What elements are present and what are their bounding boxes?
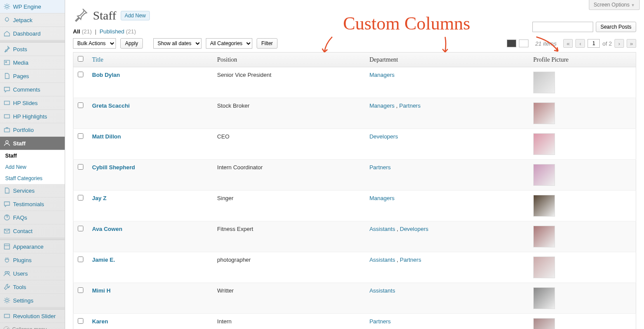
menu-item-contact[interactable]: Contact [0,224,65,238]
svg-rect-1 [4,60,10,65]
last-page-button[interactable]: » [627,39,636,48]
gear-icon [3,3,10,10]
row-checkbox[interactable] [78,257,83,262]
profile-picture [533,195,555,217]
main-content: Screen Options ▼ Staff Add New Search Po… [65,0,644,329]
post-title-link[interactable]: Greta Scacchi [92,102,130,109]
profile-picture [533,257,555,278]
position-cell: Intern [213,314,365,329]
apply-button[interactable]: Apply [120,38,143,49]
department-cell: Assistants , Developers [365,221,529,252]
collapse-icon: ◀ [3,326,10,329]
menu-item-dashboard[interactable]: Dashboard [0,27,65,40]
list-view-icon[interactable] [507,39,516,47]
menu-item-hp-slides[interactable]: HP Slides [0,96,65,110]
department-link[interactable]: Assistants [370,226,395,232]
menu-item-users[interactable]: Users [0,267,65,280]
post-title-link[interactable]: Ava Cowen [92,226,122,232]
row-checkbox[interactable] [78,102,83,108]
current-page-input[interactable] [588,39,600,48]
collapse-menu-button[interactable]: ◀Collapse menu [0,323,65,329]
post-title-link[interactable]: Jamie E. [92,257,115,263]
prev-page-button[interactable]: ‹ [575,39,585,48]
row-checkbox[interactable] [78,287,83,293]
menu-item-jetpack[interactable]: Jetpack [0,13,65,27]
department-link[interactable]: Managers [370,102,395,109]
bulk-actions-select[interactable]: Bulk Actions [73,38,116,49]
menu-item-settings[interactable]: Settings [0,294,65,307]
add-new-button[interactable]: Add New [121,11,150,20]
menu-item-testimonials[interactable]: Testimonials [0,197,65,211]
category-filter-select[interactable]: All Categories [206,38,252,49]
row-checkbox[interactable] [78,133,83,139]
pagination: 21 items « ‹ of 2 › » [507,39,636,48]
excerpt-view-icon[interactable] [519,39,528,47]
menu-item-plugins[interactable]: Plugins [0,253,65,267]
column-title[interactable]: Title [88,53,213,67]
menu-item-revolution-slider[interactable]: Revolution Slider [0,309,65,323]
post-title-link[interactable]: Karen [92,318,108,325]
department-link[interactable]: Assistants [370,257,395,263]
post-title-link[interactable]: Matt Dillon [92,133,121,140]
department-link[interactable]: Partners [399,102,420,109]
post-title-link[interactable]: Mimi H [92,287,111,294]
menu-item-media[interactable]: Media [0,56,65,69]
row-checkbox[interactable] [78,164,83,170]
menu-item-services[interactable]: Services [0,184,65,197]
menu-item-appearance[interactable]: Appearance [0,240,65,253]
row-checkbox[interactable] [78,318,83,324]
department-link[interactable]: Assistants [370,287,395,294]
row-checkbox[interactable] [78,195,83,201]
filter-published[interactable]: Published [99,28,124,35]
column-profile-picture: Profile Picture [529,53,636,67]
submenu-item[interactable]: Add New [0,161,65,173]
department-link[interactable]: Developers [370,133,398,140]
filter-button[interactable]: Filter [257,38,278,49]
submenu-item[interactable]: Staff Categories [0,173,65,184]
row-checkbox[interactable] [78,72,83,77]
menu-item-staff[interactable]: Staff [0,137,65,150]
column-department: Department [365,53,529,67]
page-icon [3,187,10,194]
department-link[interactable]: Managers [370,72,395,78]
slide-icon [3,313,10,319]
department-link[interactable]: Developers [400,226,429,232]
menu-item-wp-engine[interactable]: WP Engine [0,0,65,13]
department-link[interactable]: Partners [370,318,391,325]
svg-rect-4 [4,115,10,118]
column-position: Position [213,53,365,67]
menu-item-posts[interactable]: Posts [0,43,65,56]
first-page-button[interactable]: « [563,39,573,48]
department-link[interactable]: Partners [370,164,391,171]
post-title-link[interactable]: Cybill Shepherd [92,164,135,171]
menu-item-comments[interactable]: Comments [0,83,65,96]
profile-picture [533,133,555,155]
svg-rect-13 [4,314,10,318]
row-checkbox[interactable] [78,226,83,231]
submenu-item[interactable]: Staff [0,150,65,161]
post-title-link[interactable]: Bob Dylan [92,72,120,78]
department-cell: Managers [365,191,529,221]
search-posts-button[interactable]: Search Posts [596,22,636,32]
plug-icon [3,257,10,263]
profile-picture [533,102,555,124]
next-page-button[interactable]: › [614,39,624,48]
department-link[interactable]: Managers [370,195,395,201]
page-title: Staff [93,9,116,23]
screen-options-toggle[interactable]: Screen Options ▼ [589,0,640,10]
menu-item-pages[interactable]: Pages [0,69,65,83]
department-link[interactable]: Partners [400,257,421,263]
theme-icon [3,243,10,250]
select-all-checkbox[interactable] [78,56,83,62]
menu-item-tools[interactable]: Tools [0,280,65,294]
filter-all[interactable]: All [73,28,80,35]
slide-icon [3,99,10,106]
date-filter-select[interactable]: Show all dates [153,38,201,49]
search-input[interactable] [532,22,593,32]
menu-item-hp-highlights[interactable]: HP Highlights [0,110,65,123]
menu-item-faqs[interactable]: FAQs [0,211,65,224]
profile-picture [533,72,555,93]
post-title-link[interactable]: Jay Z [92,195,106,201]
menu-item-portfolio[interactable]: Portfolio [0,123,65,137]
position-cell: Fitness Expert [213,221,365,252]
